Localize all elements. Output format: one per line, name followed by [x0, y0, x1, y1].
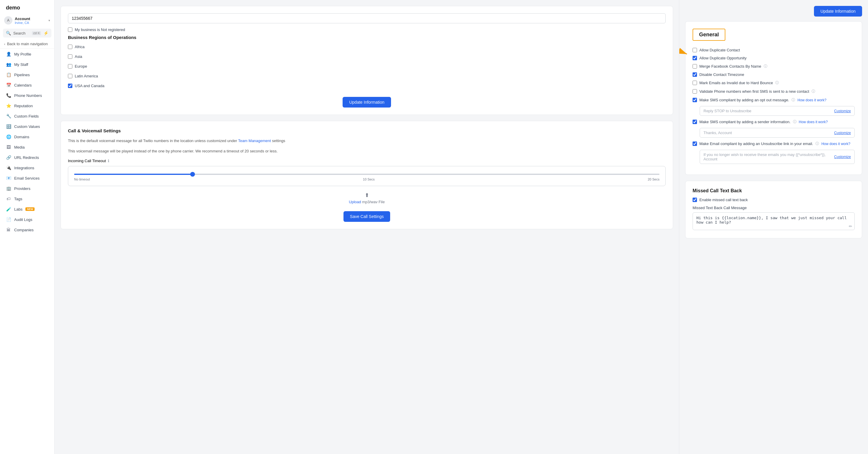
missed-call-textarea[interactable]: [692, 212, 855, 230]
sidebar: demo A Account Irvine, CA ▾ 🔍 Search ctr…: [0, 0, 55, 454]
option-checkbox-allow-duplicate-opportunity[interactable]: [692, 56, 697, 60]
slider-labels: No timeout 10 Secs 20 Secs: [74, 178, 659, 181]
option-checkbox-merge-facebook[interactable]: [692, 64, 697, 68]
sub-input-sms-compliant-opt-out: Reply STOP to Unsubscribe Customize: [700, 106, 855, 116]
option-label-validate-phone: Validate Phone numbers when first SMS is…: [700, 89, 809, 94]
update-info-button-left[interactable]: Update Information: [343, 97, 391, 108]
sidebar-item-custom-values[interactable]: 🔠 Custom Values: [2, 121, 53, 131]
region-checkbox-3[interactable]: [68, 74, 72, 78]
sidebar-item-companies[interactable]: 🏛 Companies: [2, 225, 53, 235]
sidebar-item-tags[interactable]: 🏷 Tags: [2, 194, 53, 204]
option-checkbox-email-unsubscribe[interactable]: [692, 142, 697, 146]
option-checkbox-sms-compliant-sender[interactable]: [692, 120, 697, 124]
option-checkbox-disable-contact-tz[interactable]: [692, 72, 697, 77]
sidebar-item-label: Calendars: [14, 83, 32, 87]
option-wrap-sms-compliant-sender: Make SMS compliant by adding a sender in…: [692, 119, 855, 138]
sidebar-item-reputation[interactable]: ⭐ Reputation: [2, 101, 53, 111]
pipelines-icon: 📋: [6, 72, 11, 77]
option-checkbox-validate-phone[interactable]: [692, 89, 697, 94]
account-location: Irvine, CA: [15, 21, 46, 25]
sidebar-item-my-staff[interactable]: 👥 My Staff: [2, 59, 53, 69]
option-checkbox-sms-compliant-opt-out[interactable]: [692, 98, 697, 102]
sidebar-item-audit-logs[interactable]: 📄 Audit Logs: [2, 214, 53, 224]
business-number-field: [68, 13, 666, 23]
back-arrow-icon: ‹: [4, 42, 5, 46]
enable-missed-call-label: Enable missed call text back: [700, 198, 748, 202]
calendars-icon: 📅: [6, 83, 11, 87]
business-info-card: My business is Not registered Business R…: [61, 6, 673, 115]
sidebar-item-media[interactable]: 🖼 Media: [2, 142, 53, 152]
lightning-icon: ⚡: [43, 31, 49, 35]
option-label-sms-compliant-sender: Make SMS compliant by adding a sender in…: [700, 120, 790, 124]
customize-link-email-unsubscribe[interactable]: Customize: [834, 155, 851, 159]
missed-call-card: Missed Call Text Back Enable missed call…: [685, 181, 862, 238]
sidebar-item-label: Custom Values: [14, 124, 40, 129]
timeout-slider-wrap: No timeout 10 Secs 20 Secs: [68, 166, 666, 186]
region-checkbox-4[interactable]: [68, 84, 72, 88]
region-checkbox-2[interactable]: [68, 64, 72, 68]
sidebar-item-domains[interactable]: 🌐 Domains: [2, 132, 53, 142]
option-link-sms-compliant-sender[interactable]: How does it work?: [799, 120, 828, 124]
avatar: A: [4, 16, 12, 25]
not-registered-checkbox[interactable]: [68, 28, 72, 32]
sidebar-item-label: Email Services: [14, 176, 39, 180]
customize-link-sms-compliant-sender[interactable]: Customize: [834, 131, 851, 135]
option-info-icon-email-unsubscribe: ⓘ: [815, 141, 819, 146]
domains-icon: 🌐: [6, 134, 11, 139]
option-label-mark-emails-invalid: Mark Emails as Invalid due to Hard Bounc…: [700, 81, 773, 85]
regions-list: Africa Asia Europe Latin America USA and…: [68, 44, 666, 91]
timeout-slider[interactable]: [74, 174, 659, 175]
region-checkbox-0[interactable]: [68, 44, 72, 49]
option-row-disable-contact-tz: Disable Contact Timezone: [692, 72, 855, 77]
sidebar-item-integrations[interactable]: 🔌 Integrations: [2, 163, 53, 173]
search-bar[interactable]: 🔍 Search ctrl K ⚡: [3, 29, 52, 37]
enable-missed-call-checkbox[interactable]: [692, 198, 697, 202]
region-checkbox-1[interactable]: [68, 54, 72, 59]
search-shortcut: ctrl K: [32, 31, 41, 35]
providers-icon: 🏢: [6, 186, 11, 191]
sidebar-item-custom-fields[interactable]: 🔧 Custom Fields: [2, 111, 53, 121]
sidebar-item-url-redirects[interactable]: 🔗 URL Redirects: [2, 152, 53, 162]
sidebar-item-label: Integrations: [14, 166, 34, 170]
sidebar-item-email-services[interactable]: 📧 Email Services: [2, 173, 53, 183]
option-info-icon-sms-compliant-sender: ⓘ: [793, 119, 797, 124]
call-voicemail-title: Call & Voicemail Settings: [68, 128, 666, 133]
option-checkbox-allow-duplicate-contact[interactable]: [692, 48, 697, 52]
sub-input-text-sms-compliant-sender: Thanks, Account: [704, 130, 834, 135]
labs-icon: 🧪: [6, 207, 11, 211]
account-name: Account: [15, 17, 46, 21]
option-checkbox-mark-emails-invalid[interactable]: [692, 81, 697, 85]
sidebar-item-label: Providers: [14, 186, 30, 191]
region-label-4: USA and Canada: [75, 84, 104, 88]
app-logo: demo: [0, 0, 54, 14]
general-title-wrap: General: [692, 29, 855, 47]
account-switcher[interactable]: A Account Irvine, CA ▾: [0, 14, 54, 27]
sidebar-item-label: Media: [14, 145, 25, 149]
option-link-sms-compliant-opt-out[interactable]: How does it work?: [798, 98, 826, 102]
option-row-allow-duplicate-contact: Allow Duplicate Contact: [692, 48, 855, 52]
option-row-merge-facebook: Merge Facebook Contacts By Name ⓘ: [692, 64, 855, 69]
voicemail-desc-1: This is the default voicemail message fo…: [68, 138, 666, 144]
sidebar-item-label: Tags: [14, 197, 22, 201]
save-call-settings-button[interactable]: Save Call Settings: [343, 211, 390, 222]
business-number-input[interactable]: [68, 13, 666, 23]
customize-link-sms-compliant-opt-out[interactable]: Customize: [834, 109, 851, 113]
back-to-main-nav[interactable]: ‹ Back to main navigation: [0, 39, 54, 49]
sidebar-item-labs[interactable]: 🧪 Labs new: [2, 204, 53, 214]
region-row-0: Africa: [68, 44, 666, 49]
sidebar-item-label: Audit Logs: [14, 217, 32, 222]
upload-area[interactable]: ⬆ Upload mp3/wav File: [68, 192, 666, 204]
sidebar-item-providers[interactable]: 🏢 Providers: [2, 183, 53, 193]
sidebar-item-phone-numbers[interactable]: 📞 Phone Numbers: [2, 90, 53, 100]
team-management-link[interactable]: Team Management: [238, 139, 271, 143]
sidebar-item-label: My Staff: [14, 62, 28, 67]
region-row-2: Europe: [68, 64, 666, 68]
option-link-email-unsubscribe[interactable]: How does it work?: [822, 142, 850, 146]
region-label-2: Europe: [75, 64, 87, 68]
region-label-3: Latin America: [75, 74, 98, 78]
sidebar-item-calendars[interactable]: 📅 Calendars: [2, 80, 53, 90]
update-info-button-right[interactable]: Update Information: [814, 6, 862, 17]
sidebar-item-my-profile[interactable]: 👤 My Profile: [2, 49, 53, 59]
my-profile-icon: 👤: [6, 52, 11, 56]
sidebar-item-pipelines[interactable]: 📋 Pipelines: [2, 70, 53, 80]
